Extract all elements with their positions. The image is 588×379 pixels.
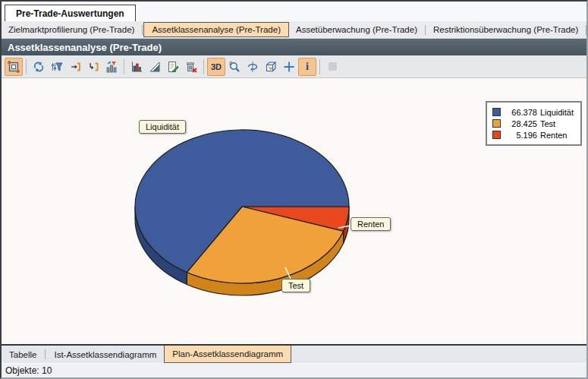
delete-icon xyxy=(185,61,197,73)
legend-label: Test xyxy=(540,119,555,128)
tab-zielmarktprofilierung[interactable]: Zielmarktprofilierung (Pre-Trade) xyxy=(2,23,141,36)
toolbar-separator xyxy=(319,59,320,74)
app-window: Pre-Trade-Auswertungen Zielmarktprofilie… xyxy=(0,0,588,379)
placeholder-icon xyxy=(329,62,337,71)
status-objects-count: Objekte: 10 xyxy=(5,365,52,376)
rotate-button[interactable] xyxy=(244,58,262,76)
bar-chart-button[interactable] xyxy=(127,58,146,76)
toolbar-separator xyxy=(26,59,27,74)
legend-value: 5.196 xyxy=(507,131,537,140)
disabled-placeholder-button xyxy=(323,58,341,76)
legend-swatch-test xyxy=(492,119,501,128)
refresh-button[interactable] xyxy=(30,58,48,76)
pie-label-renten: Renten xyxy=(351,217,391,231)
crosshair-button[interactable] xyxy=(280,58,298,76)
tab-assetueberwachung[interactable]: Assetüberwachung (Pre-Trade) xyxy=(289,23,424,36)
fit-view-button[interactable] xyxy=(5,58,23,76)
page-title: Assetklassenanalyse (Pre-Trade) xyxy=(2,39,586,55)
info-icon: i xyxy=(306,61,309,73)
tab-restriktionsueberwachung[interactable]: Restriktionsüberwachung (Pre-Trade) xyxy=(426,23,585,36)
delete-button[interactable] xyxy=(182,58,200,76)
tab-tabelle[interactable]: Tabelle xyxy=(2,346,44,363)
legend-value: 28.425 xyxy=(507,119,537,128)
edit-note-icon xyxy=(167,61,179,73)
insert-row-down-button[interactable] xyxy=(84,58,102,76)
tab-assetklassenanalyse[interactable]: Assetklassenanalyse (Pre-Trade) xyxy=(143,22,289,37)
chart-gallery-button[interactable] xyxy=(146,58,164,76)
insert-column-right-icon xyxy=(69,61,81,73)
perspective-icon xyxy=(265,61,277,73)
legend-row-test: 28.425 Test xyxy=(492,118,574,129)
tab-separator xyxy=(142,25,143,35)
bar-chart-icon xyxy=(130,61,143,73)
toolbar-separator xyxy=(124,59,124,74)
filter-icon xyxy=(51,61,63,73)
legend-swatch-renten xyxy=(492,131,501,139)
perspective-button[interactable] xyxy=(262,58,280,76)
filter-button[interactable] xyxy=(48,58,66,76)
chart-legend: 66.378 Liquidität 28.425 Test 5.196 Rent… xyxy=(486,101,582,146)
tab-pre-trade-auswertungen[interactable]: Pre-Trade-Auswertungen xyxy=(5,5,136,21)
status-bar: Objekte: 10 xyxy=(2,363,586,377)
pie-label-test: Test xyxy=(281,279,310,292)
toolbar: 3D Z xyxy=(2,55,586,78)
chart-gallery-icon xyxy=(149,61,161,73)
bottom-tab-bar: Tabelle Ist-Assetklassendiagramm Plan-As… xyxy=(2,344,586,363)
3d-toggle-button[interactable]: 3D xyxy=(207,58,225,76)
tab-plan-assetklassendiagramm[interactable]: Plan-Assetklassendiagramm xyxy=(164,346,291,363)
sub-tab-bar: Zielmarktprofilierung (Pre-Trade) Assetk… xyxy=(2,21,586,39)
legend-label: Liquidität xyxy=(540,108,574,117)
chart-sort-filter-button[interactable] xyxy=(102,58,121,76)
chart-sort-filter-icon xyxy=(105,61,118,73)
pie-label-liquiditaet: Liquidität xyxy=(139,120,186,134)
legend-row-liquiditaet: 66.378 Liquidität xyxy=(492,106,574,118)
crosshair-icon xyxy=(283,61,295,73)
legend-swatch-liquiditaet xyxy=(492,108,501,116)
zoom-icon: Z xyxy=(228,61,241,73)
fit-view-icon xyxy=(8,61,20,73)
tab-separator xyxy=(425,25,426,35)
3d-icon: 3D xyxy=(211,62,222,71)
tab-ist-assetklassendiagramm[interactable]: Ist-Assetklassendiagramm xyxy=(46,346,164,363)
legend-label: Renten xyxy=(540,131,567,140)
insert-row-down-icon xyxy=(87,61,99,73)
toolbar-separator xyxy=(203,59,204,74)
refresh-icon xyxy=(33,61,45,73)
chart-area: Liquidität Renten Test 66.378 Liquidität… xyxy=(2,78,586,344)
rotate-icon xyxy=(247,61,259,73)
zoom-button[interactable]: Z xyxy=(225,58,244,76)
tab-separator xyxy=(45,349,46,359)
tab-separator xyxy=(586,25,586,35)
top-tab-bar: Pre-Trade-Auswertungen xyxy=(2,2,586,21)
legend-row-renten: 5.196 Renten xyxy=(492,129,574,141)
legend-value: 66.378 xyxy=(507,108,537,117)
insert-column-right-button[interactable] xyxy=(66,58,84,76)
edit-note-button[interactable] xyxy=(164,58,182,76)
info-toggle-button[interactable]: i xyxy=(298,58,316,76)
